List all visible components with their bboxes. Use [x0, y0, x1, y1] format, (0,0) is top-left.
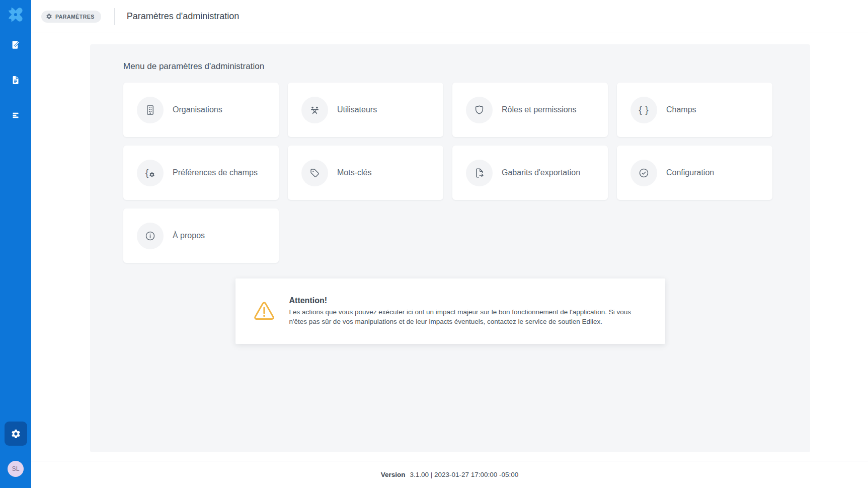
- warning-body: Les actions que vous pouvez exécuter ici…: [289, 308, 645, 327]
- sidebar-item-list[interactable]: [0, 107, 31, 124]
- menu-card-gabarits-exportation[interactable]: Gabarits d'exportation: [452, 146, 608, 200]
- sidebar: SL: [0, 0, 31, 488]
- settings-panel: Menu de paramètres d'administration Orga…: [90, 44, 810, 452]
- menu-card-champs[interactable]: { } Champs: [617, 83, 772, 137]
- footer-divider: [31, 461, 868, 461]
- menu-card-label: À propos: [173, 231, 205, 240]
- version-value: 3.1.00 | 2023-01-27 17:00:00 -05:00: [410, 471, 518, 478]
- menu-card-mots-cles[interactable]: Mots-clés: [288, 146, 443, 200]
- page-title: Paramètres d'administration: [127, 11, 240, 22]
- menu-card-label: Utilisateurs: [337, 105, 377, 114]
- menu-card-configuration[interactable]: Configuration: [617, 146, 772, 200]
- menu-card-label: Préférences de champs: [173, 168, 258, 177]
- app-logo-icon[interactable]: [6, 5, 26, 25]
- export-icon: [466, 160, 493, 186]
- menu-card-preferences-champs[interactable]: { Préférences de champs: [123, 146, 279, 200]
- top-bar: PARAMÈTRES Paramètres d'administration: [31, 0, 868, 33]
- sidebar-item-edit-document[interactable]: [0, 36, 31, 53]
- user-avatar[interactable]: SL: [8, 461, 24, 477]
- shield-icon: [466, 97, 493, 123]
- warning-title: Attention!: [289, 296, 645, 305]
- menu-card-label: Champs: [666, 105, 696, 114]
- warning-triangle-icon: [252, 299, 276, 323]
- building-icon: [137, 97, 164, 123]
- warning-text: Attention! Les actions que vous pouvez e…: [289, 296, 645, 327]
- sidebar-item-documents[interactable]: [0, 72, 31, 89]
- menu-card-organisations[interactable]: Organisations: [123, 83, 279, 137]
- bars-icon: [10, 110, 21, 121]
- breadcrumb[interactable]: PARAMÈTRES: [41, 11, 101, 23]
- sidebar-nav: [0, 36, 31, 142]
- menu-card-label: Organisations: [173, 105, 222, 114]
- menu-card-label: Rôles et permissions: [502, 105, 577, 114]
- menu-card-label: Gabarits d'exportation: [502, 168, 580, 177]
- check-circle-icon: [630, 160, 657, 186]
- file-invoice-icon: [10, 75, 21, 86]
- warning-card: Attention! Les actions que vous pouvez e…: [235, 278, 665, 344]
- info-circle-icon: [137, 223, 164, 249]
- braces-icon: { }: [630, 97, 657, 123]
- tag-icon: [301, 160, 328, 186]
- main-content: Menu de paramètres d'administration Orga…: [31, 34, 868, 461]
- section-title: Menu de paramètres d'administration: [123, 61, 777, 72]
- gear-icon: [11, 429, 21, 439]
- gear-icon: [46, 13, 52, 20]
- menu-card-label: Mots-clés: [337, 168, 371, 177]
- version-label: Version: [381, 471, 406, 478]
- settings-button[interactable]: [5, 422, 27, 446]
- header-divider: [114, 8, 115, 25]
- braces-gear-icon: {: [137, 160, 164, 186]
- edit-document-icon: [10, 39, 21, 50]
- settings-menu-grid: Organisations Utilisateurs Rôles et perm…: [123, 83, 777, 263]
- users-icon: [301, 97, 328, 123]
- breadcrumb-label: PARAMÈTRES: [55, 14, 95, 20]
- footer-version: Version3.1.00 | 2023-01-27 17:00:00 -05:…: [31, 471, 868, 478]
- menu-card-utilisateurs[interactable]: Utilisateurs: [288, 83, 443, 137]
- menu-card-a-propos[interactable]: À propos: [123, 208, 279, 263]
- menu-card-roles-permissions[interactable]: Rôles et permissions: [452, 83, 608, 137]
- sidebar-bottom: SL: [5, 422, 27, 488]
- menu-card-label: Configuration: [666, 168, 714, 177]
